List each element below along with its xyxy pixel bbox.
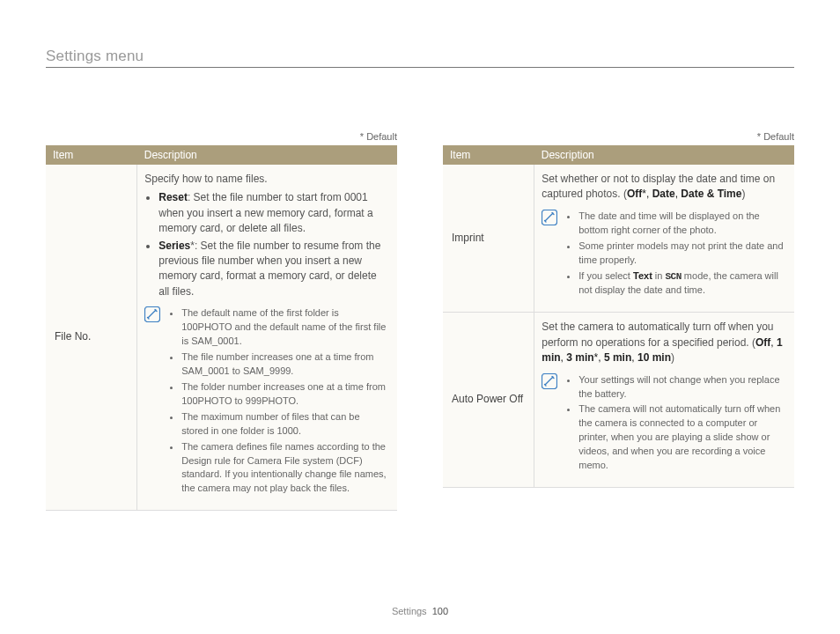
note-item: Some printer models may not print the da…: [578, 240, 785, 268]
note-icon: [542, 210, 557, 225]
left-column: * Default Item Description File No. Spec…: [46, 131, 397, 511]
opt: Off: [755, 336, 770, 349]
header-description: Description: [137, 145, 397, 165]
note-block: Your settings will not change when you r…: [542, 372, 785, 479]
opt: Date: [652, 188, 675, 200]
page-title: Settings menu: [46, 48, 794, 68]
note-item: The date and time will be displayed on t…: [578, 210, 785, 238]
page-footer: Settings 100: [0, 606, 840, 616]
header-item: Item: [46, 145, 137, 165]
options-span: Off*, Date, Date & Time: [627, 188, 742, 200]
note-list: Your settings will not change when you r…: [564, 373, 785, 476]
note-icon: [144, 306, 160, 322]
opt: 5 min: [604, 351, 631, 364]
table-header-row: Item Description: [46, 145, 397, 165]
desc-file-no: Specify how to name files. Reset: Set th…: [137, 165, 397, 511]
list-item: Reset: Set the file number to start from…: [158, 190, 388, 236]
option-list: Reset: Set the file number to start from…: [144, 190, 388, 299]
opt: Off: [627, 188, 642, 200]
svg-rect-2: [542, 373, 557, 388]
opt-sfx: *: [642, 188, 646, 200]
item-imprint: Imprint: [443, 165, 534, 313]
item-auto-power-off: Auto Power Off: [443, 313, 534, 488]
option-label: Series: [158, 240, 190, 252]
table-row: File No. Specify how to name files. Rese…: [46, 165, 397, 511]
text-label: Text: [633, 270, 652, 281]
list-item: Series*: Set the file number to resume f…: [158, 239, 388, 300]
intro-span: Set the camera to automatically turn off…: [542, 321, 773, 348]
default-note-left: * Default: [46, 131, 397, 142]
content-columns: * Default Item Description File No. Spec…: [46, 131, 794, 511]
right-table: Item Description Imprint Set whether or …: [443, 145, 794, 488]
left-table: Item Description File No. Specify how to…: [46, 145, 397, 511]
note-list: The date and time will be displayed on t…: [564, 210, 785, 300]
note-item: The default name of the first folder is …: [181, 306, 388, 349]
note-item: The camera will not automatically turn o…: [578, 402, 785, 473]
opt: 3 min: [566, 351, 593, 364]
note-block: The default name of the first folder is …: [144, 305, 388, 501]
default-note-right: * Default: [443, 131, 794, 142]
close-paren: ): [671, 351, 674, 364]
desc-imprint: Set whether or not to display the date a…: [534, 165, 794, 313]
note-block: The date and time will be displayed on t…: [542, 208, 785, 304]
scn-mode: SCN: [666, 271, 682, 282]
header-item: Item: [443, 145, 534, 165]
right-column: * Default Item Description Imprint Set w…: [443, 131, 794, 511]
note-item: The folder number increases one at a tim…: [181, 380, 388, 409]
table-row: Imprint Set whether or not to display th…: [443, 165, 794, 313]
option-label: Reset: [158, 191, 188, 203]
note-list: The default name of the first folder is …: [167, 306, 388, 498]
note-item: The file number increases one at a time …: [181, 350, 388, 379]
table-header-row: Item Description: [443, 145, 794, 165]
intro-text: Specify how to name files.: [144, 172, 388, 187]
header-description: Description: [534, 145, 794, 165]
footer-section: Settings: [392, 606, 427, 616]
note-item: If you select Text in SCN mode, the came…: [578, 269, 785, 299]
note-item: The camera defines file names according …: [181, 440, 388, 497]
opt: Date & Time: [681, 188, 741, 200]
desc-auto-power-off: Set the camera to automatically turn off…: [534, 313, 794, 488]
opt-sfx: *: [594, 351, 599, 364]
note-item: The maximum number of files that can be …: [181, 410, 388, 439]
svg-rect-0: [145, 307, 160, 322]
option-text: : Set the file number to start from 0001…: [158, 191, 372, 234]
opt: 10 min: [637, 351, 671, 364]
close-paren: ): [741, 188, 745, 200]
note-icon: [542, 373, 557, 389]
intro-text: Set whether or not to display the date a…: [542, 172, 785, 203]
svg-rect-1: [542, 210, 557, 225]
item-file-no: File No.: [46, 165, 137, 511]
footer-page-number: 100: [432, 606, 448, 616]
intro-text: Set the camera to automatically turn off…: [542, 320, 785, 365]
table-row: Auto Power Off Set the camera to automat…: [443, 313, 794, 488]
note-item: Your settings will not change when you r…: [578, 373, 785, 402]
